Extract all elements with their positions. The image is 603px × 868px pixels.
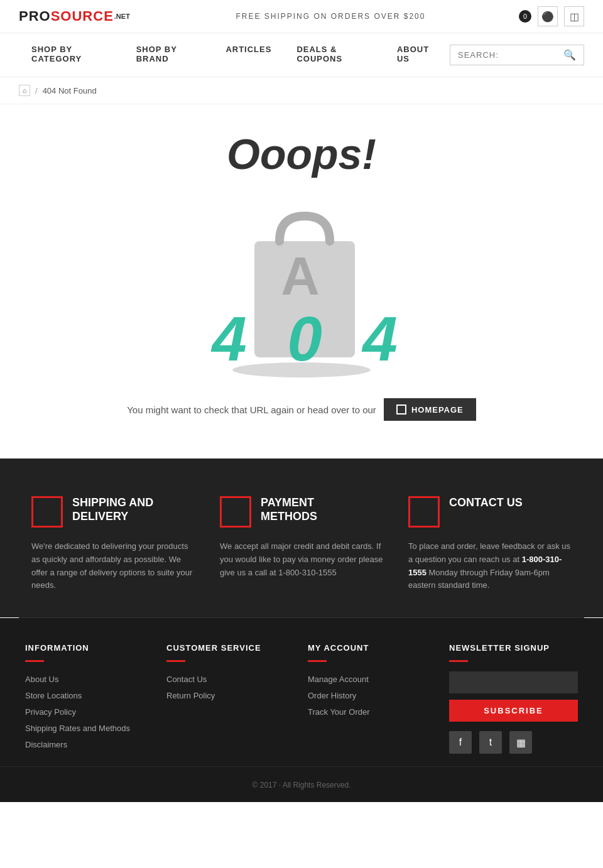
homepage-label: HOMEPAGE <box>411 405 464 415</box>
info-link-about[interactable]: About Us <box>25 671 154 688</box>
shipping-col-text: We're dedicated to delivering your produ… <box>31 540 195 592</box>
navbar: SHOP BY CATEGORY SHOP BY BRAND ARTICLES … <box>0 33 603 77</box>
info-link-shipping[interactable]: Shipping Rates and Methods <box>25 720 154 737</box>
footer-shipping-col: SHIPPING ANDDELIVERY We're dedicated to … <box>19 496 207 592</box>
nav-item-shop-brand[interactable]: SHOP BY BRAND <box>124 33 214 77</box>
twitter-icon[interactable]: t <box>479 731 502 754</box>
cart-icon-button[interactable]: ◫ <box>564 6 584 26</box>
my-account-divider <box>308 660 327 662</box>
instagram-icon[interactable]: ▦ <box>509 731 532 754</box>
homepage-icon <box>396 404 406 415</box>
breadcrumb-current: 404 Not Found <box>43 86 97 95</box>
social-icons: f t ▦ <box>449 731 578 754</box>
main-content: Ooops! A 4 0 4 You might want <box>0 104 603 458</box>
customer-service-title: CUSTOMER SERVICE <box>166 643 295 653</box>
info-link-disclaimers[interactable]: Disclaimers <box>25 737 154 753</box>
copyright-text: © 2017 · All Rights Reserved. <box>253 781 351 789</box>
breadcrumb-home-icon[interactable]: ⌂ <box>19 85 30 96</box>
my-account-title: MY ACCOUNT <box>308 643 437 653</box>
footer-links: INFORMATION About Us Store Locations Pri… <box>0 618 603 766</box>
search-input[interactable] <box>458 50 563 60</box>
contact-text-after: Monday through Friday 9am-6pm eastern st… <box>408 568 550 590</box>
svg-text:4: 4 <box>210 303 247 374</box>
account-link-history[interactable]: Order History <box>308 688 437 704</box>
customer-service-divider <box>166 660 185 662</box>
footer-contact-col: CONTACT US To place and order, leave fee… <box>396 496 584 592</box>
cart-badge[interactable]: 0 <box>519 10 531 23</box>
payment-col-title: PAYMENTMETHODS <box>261 496 317 523</box>
graphic-404: A 4 0 4 <box>195 191 408 379</box>
nav-item-deals[interactable]: DEALS & COUPONS <box>284 33 384 77</box>
cart-count: 0 <box>519 10 531 23</box>
information-title: INFORMATION <box>25 643 154 653</box>
shipping-col-header: SHIPPING ANDDELIVERY <box>31 496 195 528</box>
contact-col-icon <box>408 496 440 528</box>
nav-item-shop-category[interactable]: SHOP BY CATEGORY <box>19 33 124 77</box>
header-right: 0 ⚫ ◫ <box>519 6 584 26</box>
shipping-col-icon <box>31 496 63 528</box>
newsletter-email-input[interactable] <box>449 671 578 693</box>
svg-text:4: 4 <box>361 303 398 374</box>
shipping-banner: FREE SHIPPING ON ORDERS OVER $200 <box>143 12 519 21</box>
footer-customer-service-col: CUSTOMER SERVICE Contact Us Return Polic… <box>160 643 302 754</box>
error-image-area: A 4 0 4 <box>195 191 408 379</box>
homepage-button[interactable]: HOMEPAGE <box>384 398 476 421</box>
logo-source: SOURCE <box>51 8 114 24</box>
footer-info-section: SHIPPING ANDDELIVERY We're dedicated to … <box>0 458 603 617</box>
logo-pro: PRO <box>19 8 51 24</box>
svg-text:0: 0 <box>287 303 322 374</box>
nav-item-about[interactable]: ABOUT US <box>384 33 450 77</box>
search-box: 🔍 <box>450 45 584 65</box>
newsletter-divider <box>449 660 468 662</box>
footer-newsletter-col: NEWSLETTER SIGNUP SUBSCRIBE f t ▦ <box>443 643 584 754</box>
footer-bottom: © 2017 · All Rights Reserved. <box>0 766 603 802</box>
footer-payment-col: PAYMENTMETHODS We accept all major credi… <box>207 496 396 592</box>
account-link-track[interactable]: Track Your Order <box>308 704 437 720</box>
shopping-bag-svg: A 4 0 4 <box>195 191 408 379</box>
info-link-privacy[interactable]: Privacy Policy <box>25 704 154 720</box>
nav-item-articles[interactable]: ARTICLES <box>213 33 284 77</box>
logo-area[interactable]: PROSOURCE .NET <box>19 8 130 24</box>
info-link-store[interactable]: Store Locations <box>25 688 154 704</box>
cs-link-contact[interactable]: Contact Us <box>166 671 295 688</box>
information-divider <box>25 660 44 662</box>
user-icon-button[interactable]: ⚫ <box>538 6 558 26</box>
newsletter-title: NEWSLETTER SIGNUP <box>449 643 578 653</box>
cs-link-return[interactable]: Return Policy <box>166 688 295 704</box>
payment-col-text: We accept all major credit and debit car… <box>220 540 383 579</box>
facebook-icon[interactable]: f <box>449 731 472 754</box>
svg-text:A: A <box>281 246 319 306</box>
subscribe-button[interactable]: SUBSCRIBE <box>449 700 578 722</box>
shipping-col-title: SHIPPING ANDDELIVERY <box>72 496 153 523</box>
logo-net: .NET <box>114 13 130 20</box>
search-button[interactable]: 🔍 <box>563 49 576 61</box>
footer-my-account-col: MY ACCOUNT Manage Account Order History … <box>302 643 443 754</box>
contact-col-text: To place and order, leave feedback or as… <box>408 540 572 592</box>
header: PROSOURCE .NET FREE SHIPPING ON ORDERS O… <box>0 0 603 33</box>
contact-col-title: CONTACT US <box>449 496 523 510</box>
footer-information-col: INFORMATION About Us Store Locations Pri… <box>19 643 160 754</box>
breadcrumb: ⌂ / 404 Not Found <box>0 77 603 104</box>
nav-links: SHOP BY CATEGORY SHOP BY BRAND ARTICLES … <box>19 33 450 77</box>
payment-col-icon <box>220 496 251 528</box>
not-found-text: You might want to check that URL again o… <box>127 404 376 415</box>
ooops-title: Ooops! <box>19 129 584 178</box>
breadcrumb-separator: / <box>35 86 38 95</box>
not-found-msg: You might want to check that URL again o… <box>19 398 584 421</box>
contact-col-header: CONTACT US <box>408 496 572 528</box>
payment-col-header: PAYMENTMETHODS <box>220 496 383 528</box>
account-link-manage[interactable]: Manage Account <box>308 671 437 688</box>
